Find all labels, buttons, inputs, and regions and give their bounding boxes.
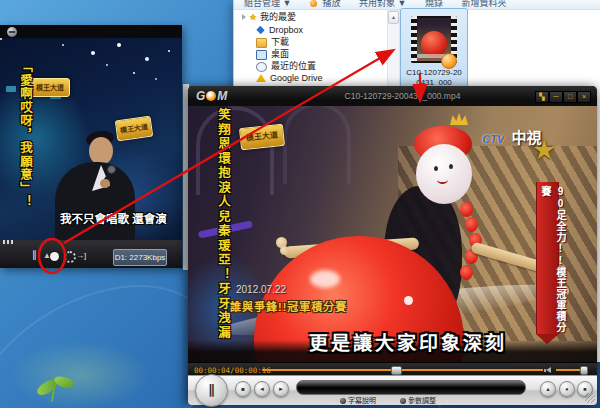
volume-handle[interactable]: [580, 366, 588, 375]
maximize-button[interactable]: □: [563, 91, 577, 103]
file-name-line1: C10-120729-20: [401, 68, 467, 77]
star-badge-icon: ★: [532, 134, 556, 166]
time-display: 00:00:04/00:00:16: [194, 366, 271, 375]
gom-window-title: C10-120729-200431_000.mp4: [278, 91, 527, 101]
google-drive-icon: [256, 74, 266, 82]
sidebar-item-dropbox[interactable]: Dropbox: [256, 25, 303, 37]
banner-vertical-text: 90足全力!!模王冠軍積分賽: [538, 186, 568, 334]
clown-head-balloon: [416, 144, 472, 204]
recorder-subtitle: 我不只會唱歌 還會演: [60, 210, 182, 226]
bitrate-badge: D1: 2273Kbps: [113, 249, 167, 266]
gom-player-window: GM C10-120729-200431_000.mp4 ▚ ─ □ ×: [188, 86, 597, 404]
vertical-caption: 「愛啊哎呀，我願意」！: [16, 60, 35, 212]
recorder-titlebar[interactable]: [0, 25, 182, 38]
previous-button[interactable]: ◄: [254, 381, 270, 397]
stage-lights: [0, 38, 2, 40]
sidebar-item-label: 下載: [271, 37, 289, 47]
seek-handle[interactable]: [391, 366, 402, 375]
balloon-twist: [465, 217, 478, 232]
clock-icon: [256, 62, 267, 72]
settings-gear-icon[interactable]: [64, 251, 76, 263]
balloon-twist: [460, 265, 473, 280]
dropbox-icon: [256, 26, 264, 34]
sidebar-item-label: 最近的位置: [271, 61, 316, 71]
clown-eye: [449, 164, 453, 169]
subtitle-info-button[interactable]: 字幕說明: [340, 395, 376, 405]
seek-bar[interactable]: [262, 369, 543, 371]
desktop-monitor-icon: [256, 50, 267, 60]
singer-body: [55, 162, 135, 240]
channel-logo-latin: CTV: [482, 133, 504, 145]
playlist-button[interactable]: ●: [559, 381, 575, 397]
sidebar-item-recent-places[interactable]: 最近的位置: [256, 61, 316, 73]
clown-mouth: [437, 176, 448, 184]
gom-titlebar[interactable]: GM C10-120729-200431_000.mp4 ▚ ─ □ ×: [188, 86, 597, 107]
sidebar-item-google-drive[interactable]: Google Drive: [256, 73, 323, 85]
gold-caption: 誰與爭鋒!!冠軍積分賽: [230, 298, 347, 314]
sidebar-item-label: Dropbox: [269, 25, 303, 35]
sidebar-item-favorites[interactable]: ★我的最愛: [242, 12, 296, 24]
sidebar-item-label: Google Drive: [270, 73, 323, 83]
playlist-display[interactable]: [296, 380, 526, 395]
toolbar-item-share[interactable]: 共用對象 ▼: [359, 0, 406, 8]
next-button[interactable]: ►: [273, 381, 289, 397]
file-item-selected[interactable]: C10-120729-20 0431_000: [400, 8, 468, 95]
balloon-hand: [280, 246, 289, 255]
gom-video-area[interactable]: 模王大道 CTV 中視 ★ 90足全力!!模王冠軍積分賽 笑翔恩環抱淚人兒秦瑗亞…: [188, 106, 597, 362]
scroll-up-button[interactable]: ▲: [388, 11, 399, 24]
downloads-folder-icon: [256, 38, 267, 48]
date-stamp: 2012.07.22: [236, 284, 286, 295]
gom-control-bar: ∥ ■ ◄ ► 字幕說明 參數調整 ▲ ● ■: [188, 375, 597, 405]
stage-arch: [283, 106, 351, 184]
expander-icon[interactable]: [242, 14, 246, 20]
singer-face: [89, 137, 113, 165]
pause-button[interactable]: ∥: [195, 374, 228, 407]
favorites-star-icon: ★: [249, 12, 257, 23]
player-overlay-icon: [441, 53, 457, 69]
speaker-icon: [546, 367, 551, 373]
singer-hand: [100, 179, 110, 188]
desktop-glow: [10, 340, 150, 408]
exit-button[interactable]: →]: [76, 249, 86, 263]
sidebar-item-label: 我的最愛: [260, 12, 296, 22]
microphone-head: [107, 165, 116, 174]
gom-seek-strip: 00:00:04/00:00:16: [188, 362, 597, 376]
gom-logo-o-icon: [206, 91, 216, 101]
recorder-control-bar: ∥ ▲ →] D1: 2273Kbps: [0, 244, 182, 268]
stage-arch: [196, 106, 274, 195]
show-logo-badge: 模王大道: [30, 78, 70, 97]
subtitle-info-icon: [340, 398, 346, 404]
gom-logo: GM: [196, 89, 227, 103]
gom-subtitle: 更是讓大家印象深刻: [258, 328, 558, 355]
parameter-adjust-button[interactable]: 參數調整: [400, 395, 436, 405]
app-globe-icon: [7, 27, 17, 37]
show-logo-badge: 模王大道: [239, 124, 285, 150]
record-button[interactable]: [50, 252, 59, 261]
crown-icon: [450, 112, 468, 125]
close-button[interactable]: ×: [577, 91, 591, 103]
minimize-button[interactable]: ─: [549, 91, 563, 103]
balloon-twist: [460, 202, 473, 217]
show-logo-badge: 模王大道: [115, 116, 154, 142]
balloon-highlight: [310, 270, 340, 288]
clown-eye: [434, 166, 438, 171]
led-panel: [6, 86, 16, 92]
panel-toggle-button[interactable]: ▚: [535, 91, 549, 103]
toolbar-item-burn[interactable]: 燒錄: [425, 0, 443, 8]
sidebar-item-desktop[interactable]: 桌面: [256, 49, 289, 61]
toolbar-item-organize[interactable]: 組合管理 ▼: [244, 0, 291, 8]
resize-grip[interactable]: [585, 393, 595, 403]
play-icon: [310, 0, 317, 7]
left-vertical-caption: 笑翔恩環抱淚人兒秦瑗亞！牙牙洩漏: [214, 108, 233, 360]
video-recorder-window: 模王大道 模王大道 「愛啊哎呀，我願意」！ 我不只會唱歌 還會演 ∥ ▲ →] …: [0, 25, 182, 268]
stop-button[interactable]: ■: [235, 381, 251, 397]
parameter-adjust-icon: [400, 398, 406, 404]
open-button[interactable]: ▲: [540, 381, 556, 397]
toolbar-item-play[interactable]: 播放: [322, 0, 340, 8]
balloon-highlight: [404, 296, 413, 305]
recorder-video-area: 模王大道 模王大道 「愛啊哎呀，我願意」！ 我不只會唱歌 還會演: [0, 38, 182, 240]
sidebar-item-label: 桌面: [271, 49, 289, 59]
pause-button[interactable]: ∥: [32, 248, 37, 262]
toolbar-item-new-folder[interactable]: 新增資料夾: [461, 0, 506, 8]
sidebar-item-downloads[interactable]: 下載: [256, 37, 289, 49]
